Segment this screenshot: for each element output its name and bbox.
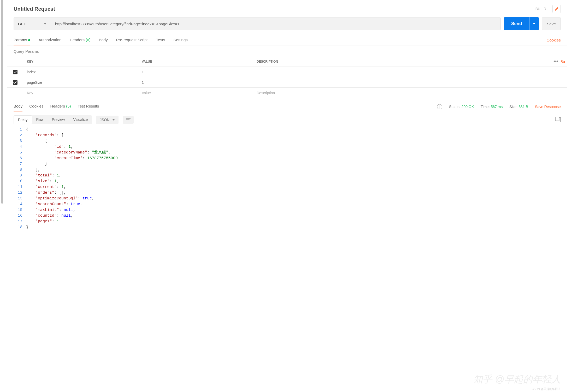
left-scroll-gutter xyxy=(0,0,7,392)
param-row[interactable]: index1 xyxy=(7,67,567,77)
view-preview[interactable]: Preview xyxy=(48,115,69,124)
status-item: Status: 200 OK xyxy=(449,105,474,109)
response-tab-body[interactable]: Body xyxy=(14,102,22,111)
view-raw[interactable]: Raw xyxy=(32,115,48,124)
checkbox-icon[interactable] xyxy=(13,80,17,85)
tab-params[interactable]: Params xyxy=(14,35,30,45)
scroll-thumb[interactable] xyxy=(1,0,3,204)
build-label[interactable]: BUILD xyxy=(535,7,546,11)
send-button-label: Send xyxy=(504,21,529,26)
value-placeholder[interactable]: Value xyxy=(138,88,253,98)
method-value: GET xyxy=(18,22,26,26)
url-input[interactable] xyxy=(51,17,500,30)
response-tab-tests[interactable]: Test Results xyxy=(78,102,99,111)
param-key[interactable]: index xyxy=(23,67,138,77)
tab-prerequest[interactable]: Pre-request Script xyxy=(116,35,148,45)
col-key: KEY xyxy=(23,56,138,67)
view-pretty[interactable]: Pretty xyxy=(14,115,32,124)
globe-icon[interactable] xyxy=(437,104,442,109)
tab-headers[interactable]: Headers (6) xyxy=(70,35,90,45)
param-desc[interactable] xyxy=(253,77,551,87)
save-button[interactable]: Save xyxy=(542,17,561,30)
cookies-link[interactable]: Cookies xyxy=(547,35,561,45)
tab-settings[interactable]: Settings xyxy=(174,35,188,45)
params-table: KEY VALUE DESCRIPTION ••• Bu index1pageS… xyxy=(7,56,567,98)
send-button[interactable]: Send xyxy=(504,17,539,30)
view-mode-segment: Pretty Raw Preview Visualize xyxy=(14,115,92,124)
bulk-edit-link[interactable]: Bu xyxy=(560,60,565,64)
more-icon[interactable]: ••• xyxy=(553,59,558,64)
response-code[interactable]: 1{2 "records": [3 {4 "id": 1,5 "category… xyxy=(7,127,567,235)
tab-tests[interactable]: Tests xyxy=(156,35,165,45)
param-value[interactable]: 1 xyxy=(138,67,253,77)
chevron-down-icon xyxy=(44,23,46,25)
tab-body[interactable]: Body xyxy=(99,35,108,45)
response-tab-cookies[interactable]: Cookies xyxy=(29,102,43,111)
param-value[interactable]: 1 xyxy=(138,77,253,87)
request-title[interactable]: Untitled Request xyxy=(14,6,55,12)
edit-icon[interactable] xyxy=(552,5,561,13)
watermark-sub: CSDN @早起的年轻人 xyxy=(532,387,561,391)
method-select[interactable]: GET xyxy=(14,17,51,30)
checkbox-icon[interactable] xyxy=(13,70,17,74)
url-bar: GET xyxy=(14,17,501,30)
format-select[interactable]: JSON xyxy=(96,116,118,124)
send-dropdown[interactable] xyxy=(529,17,539,30)
response-tab-headers[interactable]: Headers (5) xyxy=(50,102,71,111)
desc-placeholder[interactable]: Description xyxy=(253,88,551,98)
col-desc: DESCRIPTION xyxy=(253,56,551,67)
chevron-down-icon xyxy=(112,119,115,121)
active-indicator-dot xyxy=(28,39,30,41)
wrap-icon xyxy=(126,118,131,122)
col-value: VALUE xyxy=(138,56,253,67)
watermark: 知乎 @早起的年轻人 xyxy=(473,373,561,386)
param-row[interactable]: pageSize1 xyxy=(7,77,567,88)
key-placeholder[interactable]: Key xyxy=(23,88,138,98)
copy-icon[interactable] xyxy=(556,117,561,122)
view-visualize[interactable]: Visualize xyxy=(69,115,92,124)
tab-authorization[interactable]: Authorization xyxy=(39,35,62,45)
params-placeholder-row[interactable]: Key Value Description xyxy=(7,88,567,98)
time-item: Time: 567 ms xyxy=(481,105,503,109)
save-button-label: Save xyxy=(547,22,556,26)
param-desc[interactable] xyxy=(253,67,551,77)
wrap-toggle[interactable] xyxy=(123,116,134,124)
save-response-link[interactable]: Save Response xyxy=(535,105,561,109)
chevron-down-icon xyxy=(533,23,535,25)
param-key[interactable]: pageSize xyxy=(23,77,138,87)
size-item: Size: 381 B xyxy=(510,105,528,109)
query-params-title: Query Params xyxy=(7,45,567,56)
params-header-row: KEY VALUE DESCRIPTION ••• Bu xyxy=(7,56,567,67)
